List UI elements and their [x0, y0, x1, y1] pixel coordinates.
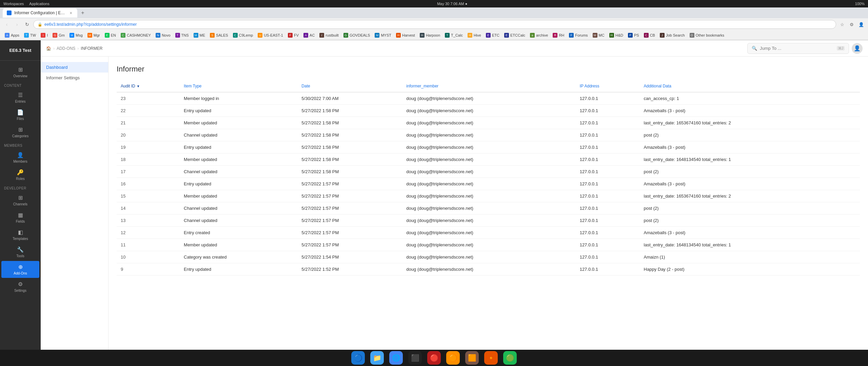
sidebar-item-addons[interactable]: ⊕Add-Ons — [1, 261, 39, 278]
bookmark-item[interactable]: TT_Calc — [443, 32, 465, 38]
bookmark-item[interactable]: TTW — [22, 32, 38, 38]
bookmark-favicon: H — [420, 33, 425, 38]
sidebar-item-overview[interactable]: ⊞Overview — [1, 64, 39, 81]
sidebar-item-entries[interactable]: ☰Entries — [1, 89, 39, 106]
table-cell-item-type: Member updated — [180, 239, 297, 251]
taskbar-item-terminal2[interactable]: 🔴 — [427, 351, 441, 365]
bookmark-item[interactable]: aarchive — [528, 32, 550, 38]
taskbar-item-app1[interactable]: 🟠 — [446, 351, 460, 365]
table-cell-item-type: Member logged in — [180, 92, 297, 105]
bookmark-item[interactable]: RRH — [551, 32, 566, 38]
bookmark-item[interactable]: SSALES — [208, 32, 230, 38]
jump-to-input[interactable] — [760, 46, 834, 51]
table-header-item-type[interactable]: Item Type — [180, 80, 297, 92]
breadcrumb: 🏠 › ADD-ONS › INFORMER — [46, 46, 745, 51]
table-cell-member: doug (doug@triplenersdscore.net) — [402, 190, 575, 202]
jump-to[interactable]: 🔍 ⌘J — [747, 43, 849, 54]
bookmark-item[interactable]: MMC — [591, 32, 607, 38]
bookmark-label: Novo — [162, 33, 171, 37]
bookmark-item[interactable]: CCASHMONEY — [119, 32, 153, 38]
bookmark-item[interactable]: GGm — [51, 32, 67, 38]
bookmark-item[interactable]: PPS — [626, 32, 641, 38]
bookmark-item[interactable]: MMYST — [373, 32, 393, 38]
top-bar: 🏠 › ADD-ONS › INFORMER 🔍 ⌘J 👤 — [41, 40, 868, 57]
bookmark-item[interactable]: UUS-EAST-1 — [256, 32, 285, 38]
table-cell-additional: last_entry_date: 1653674160 total_entrie… — [640, 117, 860, 129]
table-cell-ip: 127.0.0.1 — [576, 178, 640, 190]
bookmark-label: TNS — [181, 33, 189, 37]
left-nav-item-dashboard[interactable]: Dashboard — [41, 62, 108, 73]
table-row: 18Member updated5/27/2022 1:58 PMdoug (d… — [117, 154, 860, 166]
files-icon: 📁 — [373, 354, 381, 362]
os-applications[interactable]: Applications — [29, 2, 49, 6]
taskbar-item-app2[interactable]: 🟧 — [465, 351, 479, 365]
profile-button[interactable]: 👤 — [857, 20, 865, 28]
sidebar-item-members[interactable]: 👤Members — [1, 149, 39, 166]
back-button[interactable]: ‹ — [3, 20, 11, 28]
bookmark-item[interactable]: TTNS — [173, 32, 191, 38]
bookmark-item[interactable]: MMsg — [67, 32, 85, 38]
lock-icon: 🔒 — [38, 22, 42, 27]
taskbar-item-files[interactable]: 📁 — [370, 351, 384, 365]
taskbar-item-chrome[interactable]: 🌐 — [389, 351, 403, 365]
taskbar-item-app3[interactable]: 🔸 — [484, 351, 498, 365]
sidebar-item-files[interactable]: 📄Files — [1, 106, 39, 123]
forward-button[interactable]: › — [13, 20, 21, 28]
sidebar-item-roles[interactable]: 🔑Roles — [1, 166, 39, 183]
bookmark-item[interactable]: AAC — [301, 32, 317, 38]
bookmark-item[interactable]: rrustbuilt — [317, 32, 341, 38]
bookmark-item[interactable]: EETCCalc — [502, 32, 527, 38]
reload-button[interactable]: ↻ — [23, 20, 31, 28]
sidebar-item-channels[interactable]: ⊞Channels — [1, 192, 39, 209]
table-cell-item-type: Category was created — [180, 251, 297, 263]
bookmark-item[interactable]: HHarpoon — [418, 32, 442, 38]
user-avatar[interactable]: 👤 — [852, 43, 863, 54]
bookmark-item[interactable]: NNovo — [154, 32, 173, 38]
bookmark-favicon: E — [486, 33, 491, 38]
breadcrumb-addons[interactable]: ADD-ONS — [57, 46, 75, 51]
new-tab-button[interactable]: + — [79, 9, 87, 17]
table-cell-date: 5/27/2022 1:58 PM — [297, 154, 402, 166]
table-header-informer-member[interactable]: informer_member — [402, 80, 575, 92]
bookmark-item[interactable]: OOther bookmarks — [688, 32, 726, 38]
browser-tab-active[interactable]: Informer Configuration | Ex... ✕ — [3, 8, 77, 18]
bookmark-item[interactable]: II — [39, 32, 50, 38]
os-workspaces[interactable]: Workspaces — [3, 2, 24, 6]
extensions-button[interactable]: ⚙ — [848, 20, 856, 28]
bookmark-item[interactable]: CC9Lemp — [231, 32, 255, 38]
sidebar-item-fields[interactable]: ▦Fields — [1, 209, 39, 226]
bookmark-star-button[interactable]: ☆ — [838, 20, 846, 28]
address-bar[interactable]: 🔒 ee6v3.test/admin.php?/cp/addons/settin… — [33, 20, 836, 29]
sidebar-item-label-fields: Fields — [16, 220, 25, 223]
bookmark-item[interactable]: CCB — [642, 32, 657, 38]
sidebar-item-templates[interactable]: ◧Templates — [1, 226, 39, 243]
bookmark-item[interactable]: HH&D — [607, 32, 625, 38]
bookmark-item[interactable]: AApps — [3, 32, 21, 38]
table-header-date[interactable]: Date — [297, 80, 402, 92]
sidebar-item-settings[interactable]: ⚙Settings — [1, 278, 39, 295]
table-header-ip-address[interactable]: IP Address — [576, 80, 640, 92]
sidebar-item-tools[interactable]: 🔧Tools — [1, 244, 39, 261]
bookmark-item[interactable]: FForums — [567, 32, 590, 38]
bookmark-item[interactable]: MME — [192, 32, 208, 38]
sidebar-item-label-tools: Tools — [16, 254, 24, 258]
bookmark-item[interactable]: MMgr — [85, 32, 102, 38]
table-header-additional-data[interactable]: Additional Data — [640, 80, 860, 92]
bookmark-item[interactable]: GGOVDEALS — [341, 32, 372, 38]
taskbar-item-terminal[interactable]: ⬛ — [408, 351, 422, 365]
table-header-audit-id[interactable]: Audit ID▼ — [117, 80, 180, 92]
table-cell-date: 5/27/2022 1:57 PM — [297, 215, 402, 227]
sidebar-item-categories[interactable]: ⊞Categories — [1, 124, 39, 141]
bookmark-item[interactable]: HHarvest — [394, 32, 417, 38]
left-nav-item-informer-settings[interactable]: Informer Settings — [41, 73, 108, 83]
bookmark-item[interactable]: JJob Search — [658, 32, 687, 38]
taskbar-item-spotify[interactable]: 🟢 — [503, 351, 517, 365]
table-cell-additional: Amazeballs (3 - post) — [640, 141, 860, 154]
taskbar-item-finder[interactable]: 🔵 — [351, 351, 365, 365]
bookmark-item[interactable]: FFV — [286, 32, 301, 38]
bookmark-item[interactable]: EETC — [484, 32, 501, 38]
bookmark-label: RH — [559, 33, 564, 37]
bookmark-item[interactable]: HHive — [466, 32, 483, 38]
bookmark-item[interactable]: EEN — [103, 32, 118, 38]
tab-close-button[interactable]: ✕ — [68, 11, 73, 15]
